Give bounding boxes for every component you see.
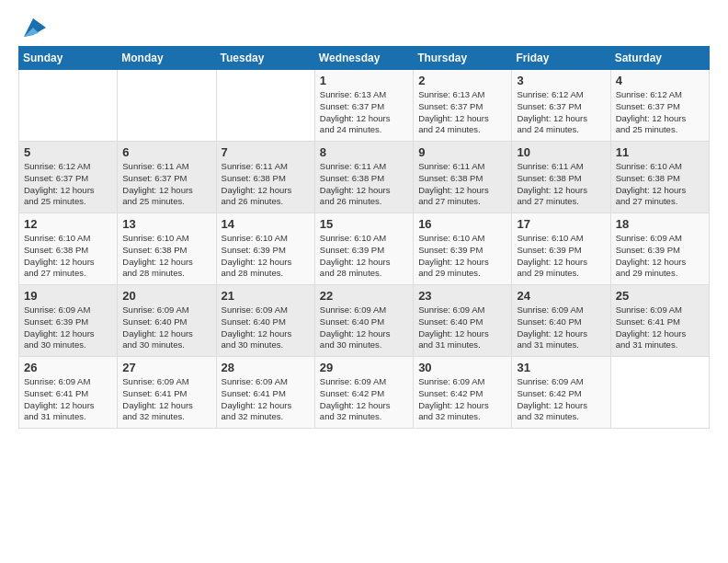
day-info: Sunrise: 6:12 AMSunset: 6:37 PMDaylight:… [517,89,605,136]
day-info: Sunrise: 6:13 AMSunset: 6:37 PMDaylight:… [320,89,408,136]
day-number: 31 [517,361,605,374]
calendar-week-4: 19Sunrise: 6:09 AMSunset: 6:39 PMDayligh… [19,285,710,357]
day-number: 2 [418,74,506,87]
calendar-cell: 21Sunrise: 6:09 AMSunset: 6:40 PMDayligh… [216,285,314,357]
day-number: 16 [418,217,506,231]
calendar-header-sunday: Sunday [19,47,118,70]
day-info: Sunrise: 6:09 AMSunset: 6:40 PMDaylight:… [320,304,408,351]
calendar-cell: 9Sunrise: 6:11 AMSunset: 6:38 PMDaylight… [414,142,512,213]
day-number: 18 [616,217,704,231]
day-number: 25 [616,289,704,303]
calendar-cell: 11Sunrise: 6:10 AMSunset: 6:38 PMDayligh… [610,142,709,213]
day-info: Sunrise: 6:10 AMSunset: 6:39 PMDaylight:… [418,233,506,280]
calendar-cell: 26Sunrise: 6:09 AMSunset: 6:41 PMDayligh… [19,357,118,429]
calendar-cell [216,70,314,142]
day-info: Sunrise: 6:09 AMSunset: 6:41 PMDaylight:… [122,376,210,423]
day-info: Sunrise: 6:11 AMSunset: 6:38 PMDaylight:… [222,161,310,208]
calendar-week-5: 26Sunrise: 6:09 AMSunset: 6:41 PMDayligh… [19,357,710,429]
day-info: Sunrise: 6:10 AMSunset: 6:38 PMDaylight:… [24,233,112,280]
day-info: Sunrise: 6:09 AMSunset: 6:39 PMDaylight:… [616,233,704,280]
calendar-cell: 5Sunrise: 6:12 AMSunset: 6:37 PMDaylight… [19,142,118,213]
day-number: 14 [222,217,310,231]
day-number: 15 [320,217,408,231]
calendar-header-row: SundayMondayTuesdayWednesdayThursdayFrid… [19,47,710,70]
day-info: Sunrise: 6:09 AMSunset: 6:42 PMDaylight:… [320,376,408,423]
calendar-cell: 20Sunrise: 6:09 AMSunset: 6:40 PMDayligh… [118,285,216,357]
day-number: 13 [122,217,210,231]
day-info: Sunrise: 6:09 AMSunset: 6:41 PMDaylight:… [616,304,704,351]
calendar-cell: 1Sunrise: 6:13 AMSunset: 6:37 PMDaylight… [314,70,413,142]
day-info: Sunrise: 6:11 AMSunset: 6:38 PMDaylight:… [517,161,605,208]
day-info: Sunrise: 6:09 AMSunset: 6:40 PMDaylight:… [122,304,210,351]
day-number: 29 [320,361,408,374]
logo-icon [20,15,46,40]
day-info: Sunrise: 6:09 AMSunset: 6:42 PMDaylight:… [418,376,506,423]
calendar-cell: 14Sunrise: 6:10 AMSunset: 6:39 PMDayligh… [216,213,314,285]
day-number: 12 [24,217,112,231]
calendar-cell: 16Sunrise: 6:10 AMSunset: 6:39 PMDayligh… [414,213,512,285]
calendar-table: SundayMondayTuesdayWednesdayThursdayFrid… [18,46,710,429]
calendar-week-1: 1Sunrise: 6:13 AMSunset: 6:37 PMDaylight… [19,70,710,142]
day-number: 28 [222,361,310,374]
calendar-cell: 25Sunrise: 6:09 AMSunset: 6:41 PMDayligh… [610,285,709,357]
day-info: Sunrise: 6:10 AMSunset: 6:39 PMDaylight:… [517,233,605,280]
calendar-cell: 6Sunrise: 6:11 AMSunset: 6:37 PMDaylight… [118,142,216,213]
calendar-header-wednesday: Wednesday [314,47,413,70]
calendar-cell: 17Sunrise: 6:10 AMSunset: 6:39 PMDayligh… [512,213,610,285]
calendar-cell: 10Sunrise: 6:11 AMSunset: 6:38 PMDayligh… [512,142,610,213]
day-info: Sunrise: 6:12 AMSunset: 6:37 PMDaylight:… [616,89,704,136]
day-number: 6 [122,145,210,159]
calendar-cell: 13Sunrise: 6:10 AMSunset: 6:38 PMDayligh… [118,213,216,285]
calendar-cell: 2Sunrise: 6:13 AMSunset: 6:37 PMDaylight… [414,70,512,142]
day-info: Sunrise: 6:10 AMSunset: 6:38 PMDaylight:… [616,161,704,208]
calendar-cell: 12Sunrise: 6:10 AMSunset: 6:38 PMDayligh… [19,213,118,285]
calendar-header-thursday: Thursday [414,47,512,70]
day-number: 26 [24,361,112,374]
day-number: 19 [24,289,112,303]
calendar-cell: 30Sunrise: 6:09 AMSunset: 6:42 PMDayligh… [414,357,512,429]
day-number: 8 [320,145,408,159]
day-number: 10 [517,145,605,159]
day-info: Sunrise: 6:09 AMSunset: 6:40 PMDaylight:… [517,304,605,351]
day-info: Sunrise: 6:09 AMSunset: 6:41 PMDaylight:… [222,376,310,423]
calendar-cell: 19Sunrise: 6:09 AMSunset: 6:39 PMDayligh… [19,285,118,357]
day-info: Sunrise: 6:09 AMSunset: 6:41 PMDaylight:… [24,376,112,423]
day-info: Sunrise: 6:11 AMSunset: 6:38 PMDaylight:… [418,161,506,208]
day-number: 3 [517,74,605,87]
day-info: Sunrise: 6:10 AMSunset: 6:39 PMDaylight:… [222,233,310,280]
calendar-cell: 31Sunrise: 6:09 AMSunset: 6:42 PMDayligh… [512,357,610,429]
day-number: 27 [122,361,210,374]
calendar-cell: 15Sunrise: 6:10 AMSunset: 6:39 PMDayligh… [314,213,413,285]
calendar-cell [610,357,709,429]
day-info: Sunrise: 6:12 AMSunset: 6:37 PMDaylight:… [24,161,112,208]
day-number: 22 [320,289,408,303]
day-number: 11 [616,145,704,159]
day-info: Sunrise: 6:11 AMSunset: 6:38 PMDaylight:… [320,161,408,208]
calendar-cell: 7Sunrise: 6:11 AMSunset: 6:38 PMDaylight… [216,142,314,213]
day-number: 30 [418,361,506,374]
day-number: 5 [24,145,112,159]
day-info: Sunrise: 6:13 AMSunset: 6:37 PMDaylight:… [418,89,506,136]
day-info: Sunrise: 6:11 AMSunset: 6:37 PMDaylight:… [122,161,210,208]
calendar-header-friday: Friday [512,47,610,70]
calendar-cell: 22Sunrise: 6:09 AMSunset: 6:40 PMDayligh… [314,285,413,357]
day-info: Sunrise: 6:09 AMSunset: 6:39 PMDaylight:… [24,304,112,351]
logo [18,15,46,37]
day-number: 17 [517,217,605,231]
day-number: 21 [222,289,310,303]
calendar-header-saturday: Saturday [610,47,709,70]
calendar-cell: 24Sunrise: 6:09 AMSunset: 6:40 PMDayligh… [512,285,610,357]
day-number: 4 [616,74,704,87]
calendar-cell [19,70,118,142]
day-number: 23 [418,289,506,303]
calendar-header-monday: Monday [118,47,216,70]
calendar-cell [118,70,216,142]
day-number: 9 [418,145,506,159]
day-number: 20 [122,289,210,303]
calendar-cell: 4Sunrise: 6:12 AMSunset: 6:37 PMDaylight… [610,70,709,142]
day-info: Sunrise: 6:09 AMSunset: 6:40 PMDaylight:… [222,304,310,351]
day-info: Sunrise: 6:09 AMSunset: 6:42 PMDaylight:… [517,376,605,423]
calendar-cell: 29Sunrise: 6:09 AMSunset: 6:42 PMDayligh… [314,357,413,429]
calendar-header-tuesday: Tuesday [216,47,314,70]
day-number: 7 [222,145,310,159]
